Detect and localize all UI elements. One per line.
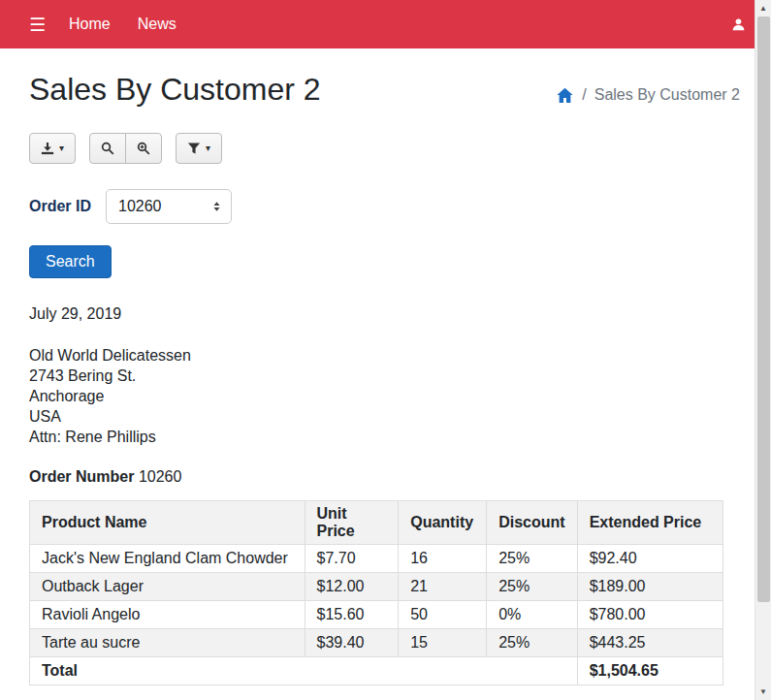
cell-unit-price: $39.40 xyxy=(305,629,399,657)
cell-quantity: 21 xyxy=(399,573,487,601)
order-id-label: Order ID xyxy=(29,198,91,215)
cell-extended-price: $92.40 xyxy=(577,545,723,573)
zoom-search-button[interactable] xyxy=(125,133,162,164)
page-title: Sales By Customer 2 xyxy=(29,72,321,108)
cell-extended-price: $443.25 xyxy=(577,629,723,657)
scrollbar-thumb[interactable] xyxy=(757,16,770,602)
table-total-row: Total $1,504.65 xyxy=(30,657,723,685)
chevron-down-icon: ▾ xyxy=(59,143,64,153)
total-value: $1,504.65 xyxy=(577,657,723,685)
toolbar: ▾ xyxy=(29,133,740,164)
table-header-row: Product Name Unit Price Quantity Discoun… xyxy=(30,501,723,545)
cell-product-name: Tarte au sucre xyxy=(30,629,305,657)
cell-discount: 25% xyxy=(487,545,577,573)
download-icon xyxy=(41,142,54,155)
scroll-down-arrow-icon[interactable]: ▼ xyxy=(755,684,771,700)
address-line: Old World Delicatessen xyxy=(29,345,740,366)
header-quantity: Quantity xyxy=(399,501,487,545)
scroll-up-arrow-icon[interactable]: ▲ xyxy=(755,0,771,16)
filter-button[interactable]: ▾ xyxy=(176,133,222,164)
breadcrumb-separator: / xyxy=(582,86,586,104)
person-icon[interactable] xyxy=(731,17,746,32)
nav-item-news[interactable]: News xyxy=(138,16,177,33)
search-tool-button[interactable] xyxy=(89,133,126,164)
search-icon xyxy=(101,142,114,155)
zoom-icon xyxy=(137,142,150,155)
cell-quantity: 50 xyxy=(399,601,487,629)
total-label: Total xyxy=(30,657,578,685)
order-date: July 29, 2019 xyxy=(29,305,740,323)
search-button[interactable]: Search xyxy=(29,245,112,278)
page-content: Sales By Customer 2 / Sales By Customer … xyxy=(0,72,771,700)
address-line: USA xyxy=(29,406,740,427)
cell-product-name: Outback Lager xyxy=(30,573,305,601)
order-number-row: Order Number 10260 xyxy=(29,468,740,486)
breadcrumb: / Sales By Customer 2 xyxy=(556,86,740,108)
cell-unit-price: $12.00 xyxy=(305,573,399,601)
nav-item-home[interactable]: Home xyxy=(69,16,111,33)
breadcrumb-current: Sales By Customer 2 xyxy=(594,86,740,104)
table-row: Jack's New England Clam Chowder $7.70 16… xyxy=(30,545,723,573)
customer-address: Old World Delicatessen 2743 Bering St. A… xyxy=(29,345,740,447)
cell-unit-price: $7.70 xyxy=(305,545,399,573)
table-row: Outback Lager $12.00 21 25% $189.00 xyxy=(30,573,723,601)
cell-unit-price: $15.60 xyxy=(305,601,399,629)
order-lines-table: Product Name Unit Price Quantity Discoun… xyxy=(29,500,723,685)
top-navbar: ☰ Home News xyxy=(0,0,771,48)
order-number-label: Order Number xyxy=(29,468,134,485)
cell-product-name: Jack's New England Clam Chowder xyxy=(30,545,305,573)
cell-quantity: 16 xyxy=(399,545,487,573)
address-line: 2743 Bering St. xyxy=(29,366,740,386)
cell-discount: 25% xyxy=(487,629,577,657)
header-unit-price: Unit Price xyxy=(305,501,399,545)
cell-quantity: 15 xyxy=(399,629,487,657)
hamburger-icon[interactable]: ☰ xyxy=(29,16,46,34)
header-extended-price: Extended Price xyxy=(577,501,723,545)
cell-extended-price: $189.00 xyxy=(577,573,723,601)
cell-product-name: Ravioli Angelo xyxy=(30,601,305,629)
address-line: Anchorage xyxy=(29,386,740,406)
chevron-down-icon: ▾ xyxy=(206,143,210,153)
header-discount: Discount xyxy=(487,501,577,545)
cell-discount: 0% xyxy=(487,601,577,629)
vertical-scrollbar[interactable]: ▲ ▼ xyxy=(755,0,771,700)
order-id-select[interactable]: 10260 xyxy=(106,189,232,224)
select-arrows-icon xyxy=(212,201,221,212)
search-zoom-group xyxy=(89,133,162,164)
cell-discount: 25% xyxy=(487,573,577,601)
order-number-value: 10260 xyxy=(139,468,182,485)
table-row: Tarte au sucre $39.40 15 25% $443.25 xyxy=(30,629,723,657)
address-line: Attn: Rene Phillips xyxy=(29,427,740,447)
order-id-selected-value: 10260 xyxy=(118,198,162,215)
header-product-name: Product Name xyxy=(30,501,305,545)
export-button[interactable]: ▾ xyxy=(29,133,76,164)
cell-extended-price: $780.00 xyxy=(577,601,723,629)
home-icon[interactable] xyxy=(556,87,574,104)
table-row: Ravioli Angelo $15.60 50 0% $780.00 xyxy=(30,601,723,629)
filter-icon xyxy=(187,142,201,155)
